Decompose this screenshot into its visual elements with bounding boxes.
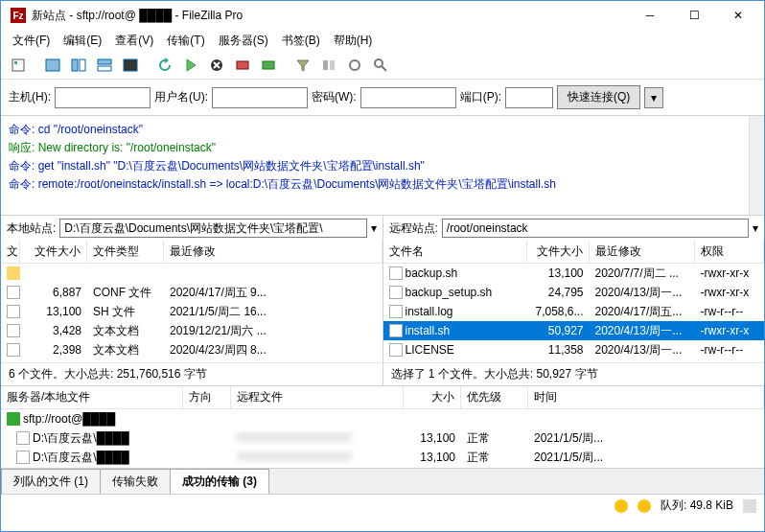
window-title: 新站点 - sftp://root@ ████ - FileZilla Pro bbox=[32, 8, 628, 24]
process-queue-button[interactable] bbox=[179, 54, 202, 77]
menu-bookmarks[interactable]: 书签(B) bbox=[278, 32, 324, 50]
user-input[interactable] bbox=[212, 87, 308, 108]
table-row[interactable]: D:\百度云盘\████13,100正常2021/1/5/周... bbox=[1, 448, 764, 467]
toggle-queue-button[interactable] bbox=[119, 54, 142, 77]
pass-input[interactable] bbox=[360, 87, 456, 108]
list-item[interactable]: 6,887CONF 文件2020/4/17/周五 9... bbox=[1, 283, 382, 302]
sync-browse-button[interactable] bbox=[343, 54, 366, 77]
svg-rect-9 bbox=[237, 61, 248, 69]
search-button[interactable] bbox=[369, 54, 392, 77]
file-icon bbox=[7, 286, 20, 299]
list-item[interactable]: backup_setup.sh24,7952020/4/13/周一...-rwx… bbox=[383, 283, 765, 302]
svg-rect-4 bbox=[80, 59, 85, 71]
table-row[interactable]: sftp://root@████ bbox=[1, 409, 764, 428]
file-icon bbox=[389, 266, 403, 280]
remote-path-input[interactable] bbox=[442, 219, 749, 238]
col-xfer-size[interactable]: 大小 bbox=[404, 386, 461, 408]
maximize-button[interactable]: ☐ bbox=[672, 1, 716, 30]
table-row[interactable]: D:\百度云盘\Documents/root/oneinstack/backup… bbox=[1, 467, 764, 468]
filter-button[interactable] bbox=[291, 54, 314, 77]
table-row[interactable]: D:\百度云盘\████13,100正常2021/1/5/周... bbox=[1, 428, 764, 448]
menu-help[interactable]: 帮助(H) bbox=[330, 32, 377, 50]
menu-file[interactable]: 文件(F) bbox=[9, 32, 54, 50]
list-item[interactable]: 13,100SH 文件2021/1/5/周二 16... bbox=[1, 302, 382, 321]
transfer-pane: 服务器/本地文件 方向 远程文件 大小 优先级 时间 sftp://root@█… bbox=[1, 386, 764, 469]
svg-point-14 bbox=[375, 59, 382, 67]
reconnect-button[interactable] bbox=[257, 54, 280, 77]
list-item[interactable]: backup.sh13,1002020/7/7/周二 ...-rwxr-xr-x bbox=[383, 264, 765, 283]
queue-size: 队列: 49.8 KiB bbox=[661, 497, 733, 514]
sitemanager-button[interactable] bbox=[7, 54, 30, 77]
toolbar bbox=[1, 51, 764, 80]
svg-rect-12 bbox=[330, 60, 335, 70]
log-scrollbar[interactable] bbox=[749, 116, 764, 215]
tab-success[interactable]: 成功的传输 (3) bbox=[170, 469, 269, 494]
local-file-list[interactable]: 6,887CONF 文件2020/4/17/周五 9... 13,100SH 文… bbox=[1, 264, 382, 359]
toggle-log-button[interactable] bbox=[41, 54, 64, 77]
file-icon bbox=[389, 343, 403, 357]
tab-failed[interactable]: 传输失败 bbox=[100, 469, 171, 494]
quickconnect-button[interactable]: 快速连接(Q) bbox=[557, 85, 640, 109]
menu-server[interactable]: 服务器(S) bbox=[215, 32, 272, 50]
col-xfer-prio[interactable]: 优先级 bbox=[461, 386, 528, 408]
menu-transfer[interactable]: 传输(T) bbox=[163, 32, 208, 50]
file-icon bbox=[16, 431, 30, 445]
toggle-localtree-button[interactable] bbox=[67, 54, 90, 77]
cancel-button[interactable] bbox=[205, 54, 228, 77]
menu-edit[interactable]: 编辑(E) bbox=[59, 32, 105, 50]
file-icon bbox=[389, 324, 403, 337]
list-item[interactable]: install.log7,058,6...2020/4/17/周五...-rw-… bbox=[383, 302, 765, 321]
svg-rect-11 bbox=[323, 60, 328, 70]
col-remote-size[interactable]: 文件大小 bbox=[527, 241, 590, 263]
col-remote-name[interactable]: 文件名 bbox=[383, 241, 527, 263]
host-label: 主机(H): bbox=[9, 89, 51, 105]
local-path-label: 本地站点: bbox=[7, 220, 56, 237]
file-icon bbox=[7, 305, 20, 318]
refresh-button[interactable] bbox=[153, 54, 176, 77]
remote-path-dropdown[interactable]: ▾ bbox=[753, 221, 758, 235]
minimize-button[interactable]: ─ bbox=[628, 1, 672, 30]
quickconnect-dropdown[interactable]: ▾ bbox=[644, 87, 663, 108]
compare-button[interactable] bbox=[317, 54, 340, 77]
statusbar: 队列: 49.8 KiB bbox=[1, 494, 764, 517]
disconnect-button[interactable] bbox=[231, 54, 254, 77]
titlebar: Fz 新站点 - sftp://root@ ████ - FileZilla P… bbox=[1, 1, 764, 30]
list-item[interactable]: install.sh50,9272020/4/13/周一...-rwxr-xr-… bbox=[383, 321, 765, 340]
col-xfer-dir[interactable]: 方向 bbox=[183, 386, 231, 408]
tab-queued[interactable]: 列队的文件 (1) bbox=[1, 469, 101, 494]
col-local-mod[interactable]: 最近修改 bbox=[164, 241, 382, 263]
close-button[interactable]: ✕ bbox=[716, 1, 760, 30]
transfer-list[interactable]: sftp://root@████ D:\百度云盘\████13,100正常202… bbox=[1, 409, 764, 468]
list-item[interactable]: 2,398文本文档2020/4/23/周四 8... bbox=[1, 340, 382, 359]
port-input[interactable] bbox=[505, 87, 553, 108]
message-log[interactable]: 命令: cd "/root/oneinstack" 响应: New direct… bbox=[1, 116, 764, 216]
remote-file-list[interactable]: backup.sh13,1002020/7/7/周二 ...-rwxr-xr-x… bbox=[383, 264, 765, 359]
col-xfer-remote[interactable]: 远程文件 bbox=[231, 386, 404, 408]
col-local-size[interactable]: 文件大小 bbox=[20, 241, 87, 263]
status-indicator-3 bbox=[743, 499, 756, 513]
col-remote-perm[interactable]: 权限 bbox=[695, 241, 765, 263]
col-xfer-file[interactable]: 服务器/本地文件 bbox=[1, 386, 183, 408]
menu-view[interactable]: 查看(V) bbox=[111, 32, 157, 50]
local-path-input[interactable] bbox=[59, 219, 366, 238]
app-icon: Fz bbox=[11, 8, 26, 23]
list-item[interactable] bbox=[1, 264, 382, 283]
toggle-remotetree-button[interactable] bbox=[93, 54, 116, 77]
svg-rect-1 bbox=[14, 61, 17, 64]
local-path-dropdown[interactable]: ▾ bbox=[371, 221, 377, 235]
svg-point-13 bbox=[350, 60, 359, 70]
col-local-type[interactable]: 文件类型 bbox=[87, 241, 164, 263]
list-item[interactable]: LICENSE11,3582020/4/13/周一...-rw-r--r-- bbox=[383, 340, 765, 359]
col-local-name[interactable]: 文 bbox=[1, 241, 20, 263]
host-input[interactable] bbox=[55, 87, 151, 108]
server-icon bbox=[7, 412, 20, 426]
list-item[interactable]: 3,428文本文档2019/12/21/周六 ... bbox=[1, 321, 382, 340]
col-xfer-time[interactable]: 时间 bbox=[528, 386, 764, 408]
file-icon bbox=[16, 451, 30, 464]
file-icon bbox=[7, 324, 20, 337]
queue-tabs: 列队的文件 (1) 传输失败 成功的传输 (3) bbox=[1, 469, 764, 494]
folder-icon bbox=[7, 266, 20, 280]
menubar: 文件(F) 编辑(E) 查看(V) 传输(T) 服务器(S) 书签(B) 帮助(… bbox=[1, 30, 764, 51]
col-remote-mod[interactable]: 最近修改 bbox=[590, 241, 695, 263]
svg-rect-10 bbox=[263, 61, 274, 69]
